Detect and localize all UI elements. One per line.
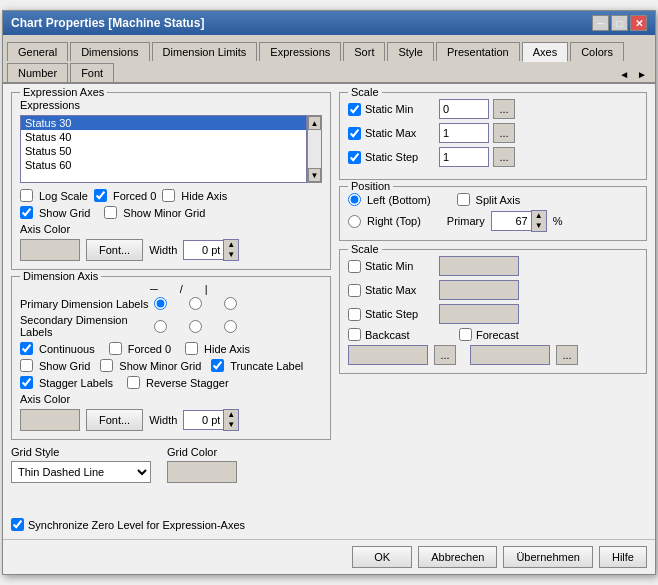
split-axis-checkbox[interactable] [457, 193, 470, 206]
tab-number[interactable]: Number [7, 63, 68, 82]
secondary-radio2[interactable] [189, 320, 202, 333]
primary-down[interactable]: ▼ [532, 221, 546, 231]
backcast-input[interactable] [348, 345, 428, 365]
forecast-input[interactable] [470, 345, 550, 365]
dim-static-min-label: Static Min [365, 260, 435, 272]
tab-dimensions[interactable]: Dimensions [70, 42, 149, 61]
static-min-input[interactable] [439, 99, 489, 119]
static-min-ellipsis[interactable]: ... [493, 99, 515, 119]
axis-color-btn[interactable] [20, 239, 80, 261]
scrollbar-down[interactable]: ▼ [308, 168, 321, 182]
forced0-checkbox[interactable] [94, 189, 107, 202]
static-max-ellipsis[interactable]: ... [493, 123, 515, 143]
content-area: Expression Axes Expressions Status 30 St… [3, 84, 655, 539]
bottom-bar: OK Abbrechen Übernehmen Hilfe [3, 539, 655, 574]
dim-static-max-checkbox[interactable] [348, 284, 361, 297]
dim-hide-axis-checkbox[interactable] [185, 342, 198, 355]
width-spinner: ▲ ▼ [183, 239, 239, 261]
cancel-button[interactable]: Abbrechen [418, 546, 497, 568]
tab-general[interactable]: General [7, 42, 68, 61]
primary-radio2[interactable] [189, 297, 202, 310]
width-down[interactable]: ▼ [224, 250, 238, 260]
expr-item-status30[interactable]: Status 30 [21, 116, 306, 130]
tab-scroll-right[interactable]: ► [633, 67, 651, 82]
apply-button[interactable]: Übernehmen [503, 546, 593, 568]
log-scale-checkbox[interactable] [20, 189, 33, 202]
backcast-checkbox[interactable] [348, 328, 361, 341]
primary-input[interactable] [491, 211, 531, 231]
backcast-ellipsis[interactable]: ... [434, 345, 456, 365]
primary-radio1[interactable] [154, 297, 167, 310]
right-panel: Scale Static Min ... Static Max ... [339, 92, 647, 531]
secondary-radio1[interactable] [154, 320, 167, 333]
dim-axis-color-btn[interactable] [20, 409, 80, 431]
reverse-stagger-checkbox[interactable] [127, 376, 140, 389]
tab-sort[interactable]: Sort [343, 42, 385, 61]
tab-axes[interactable]: Axes [522, 42, 568, 62]
secondary-radio3[interactable] [224, 320, 237, 333]
expr-item-status50[interactable]: Status 50 [21, 144, 306, 158]
sync-checkbox[interactable] [11, 518, 24, 531]
static-max-input[interactable] [439, 123, 489, 143]
tab-style[interactable]: Style [387, 42, 433, 61]
close-button[interactable]: ✕ [630, 15, 647, 31]
tab-dimension-limits[interactable]: Dimension Limits [152, 42, 258, 61]
dim-scale-section: Scale Static Min Static Max Static Step [339, 249, 647, 374]
font-btn[interactable]: Font... [86, 239, 143, 261]
forecast-checkbox[interactable] [459, 328, 472, 341]
static-step-checkbox[interactable] [348, 151, 361, 164]
continuous-checkbox[interactable] [20, 342, 33, 355]
scrollbar-up[interactable]: ▲ [308, 116, 321, 130]
dim-static-min-checkbox[interactable] [348, 260, 361, 273]
tab-presentation[interactable]: Presentation [436, 42, 520, 61]
dim-static-step-checkbox[interactable] [348, 308, 361, 321]
primary-up[interactable]: ▲ [532, 211, 546, 221]
truncate-label-label: Truncate Label [230, 360, 303, 372]
help-button[interactable]: Hilfe [599, 546, 647, 568]
width-up[interactable]: ▲ [224, 240, 238, 250]
grid-color-group: Grid Color [167, 446, 237, 484]
grid-color-label: Grid Color [167, 446, 237, 458]
dim-width-down[interactable]: ▼ [224, 420, 238, 430]
expr-item-status40[interactable]: Status 40 [21, 130, 306, 144]
dim-show-minor-grid-checkbox[interactable] [100, 359, 113, 372]
truncate-label-checkbox[interactable] [211, 359, 224, 372]
maximize-button[interactable]: □ [611, 15, 628, 31]
static-step-input[interactable] [439, 147, 489, 167]
static-max-checkbox[interactable] [348, 127, 361, 140]
show-grid-checkbox[interactable] [20, 206, 33, 219]
primary-radio3[interactable] [224, 297, 237, 310]
ok-button[interactable]: OK [352, 546, 412, 568]
width-input[interactable] [183, 240, 223, 260]
tab-font[interactable]: Font [70, 63, 114, 82]
dim-width-input[interactable] [183, 410, 223, 430]
hide-axis-checkbox[interactable] [162, 189, 175, 202]
expr-item-status60[interactable]: Status 60 [21, 158, 306, 172]
static-step-ellipsis[interactable]: ... [493, 147, 515, 167]
minimize-button[interactable]: ─ [592, 15, 609, 31]
scale-section: Scale Static Min ... Static Max ... [339, 92, 647, 180]
dim-forced0-checkbox[interactable] [109, 342, 122, 355]
forecast-ellipsis[interactable]: ... [556, 345, 578, 365]
dim-width-up[interactable]: ▲ [224, 410, 238, 420]
dim-static-max-input[interactable] [439, 280, 519, 300]
dim-show-grid-checkbox[interactable] [20, 359, 33, 372]
show-minor-grid-checkbox[interactable] [104, 206, 117, 219]
tab-scroll-left[interactable]: ◄ [615, 67, 633, 82]
grid-style-select[interactable]: Thin Dashed Line Thin Solid Line Medium … [11, 461, 151, 483]
pos-right-radio[interactable] [348, 215, 361, 228]
tab-expressions[interactable]: Expressions [259, 42, 341, 61]
secondary-dim-row: Secondary Dimension Labels [20, 314, 322, 338]
stagger-labels-checkbox[interactable] [20, 376, 33, 389]
dim-static-step-input[interactable] [439, 304, 519, 324]
grid-bottom-row: Grid Style Thin Dashed Line Thin Solid L… [11, 446, 331, 531]
tab-colors[interactable]: Colors [570, 42, 624, 61]
pos-left-radio[interactable] [348, 193, 361, 206]
expr-scrollbar[interactable]: ▲ ▼ [307, 115, 322, 183]
static-min-checkbox[interactable] [348, 103, 361, 116]
grid-color-btn[interactable] [167, 461, 237, 483]
dim-axis-color-label: Axis Color [20, 393, 70, 405]
dim-static-min-input[interactable] [439, 256, 519, 276]
dim-static-max-label: Static Max [365, 284, 435, 296]
dim-font-btn[interactable]: Font... [86, 409, 143, 431]
